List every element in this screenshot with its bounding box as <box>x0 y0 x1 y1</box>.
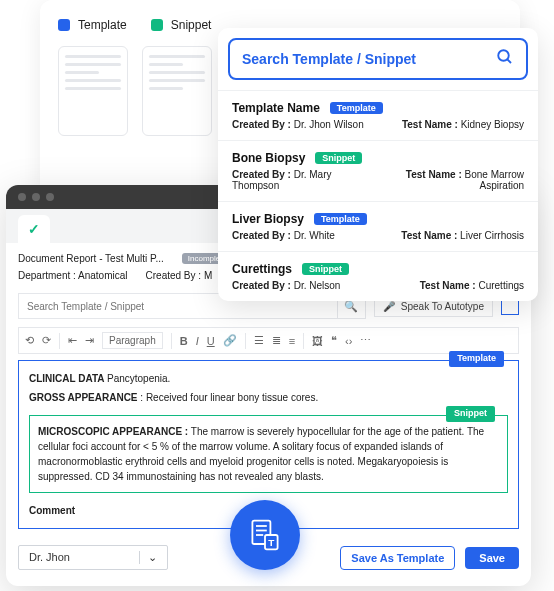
window-dot <box>46 193 54 201</box>
svg-line-1 <box>507 59 511 63</box>
search-icon[interactable] <box>496 48 514 70</box>
snippet-swatch <box>151 19 163 31</box>
thumb-1[interactable] <box>58 46 128 136</box>
italic-icon[interactable]: I <box>196 335 199 347</box>
save-button[interactable]: Save <box>465 547 519 569</box>
speak-label: Speak To Autotype <box>401 301 484 312</box>
quote-icon[interactable]: ❝ <box>331 334 337 347</box>
clinical-line: CLINICAL DATA Pancytopenia. <box>29 371 508 386</box>
template-swatch <box>58 19 70 31</box>
save-as-template-button[interactable]: Save As Template <box>340 546 455 570</box>
undo-icon[interactable]: ⟲ <box>25 334 34 347</box>
micro-label: MICROSCOPIC APPEARANCE : <box>38 426 188 437</box>
snippet-tag: Snippet <box>446 406 495 422</box>
window-dot <box>18 193 26 201</box>
thumb-2[interactable] <box>142 46 212 136</box>
search-result[interactable]: Liver BiopsyTemplate Created By : Dr. Wh… <box>218 201 538 251</box>
chevron-down-icon: ⌄ <box>139 551 157 564</box>
user-dropdown[interactable]: Dr. Jhon ⌄ <box>18 545 168 570</box>
search-result[interactable]: Bone BiopsySnippet Created By : Dr. Mary… <box>218 140 538 201</box>
snippet-box: Snippet MICROSCOPIC APPEARANCE : The mar… <box>29 415 508 493</box>
snippet-badge: Snippet <box>315 152 362 164</box>
search-result[interactable]: Template NameTemplate Created By : Dr. J… <box>218 90 538 140</box>
user-name: Dr. Jhon <box>29 551 70 564</box>
result-title: Template Name <box>232 101 320 115</box>
redo-icon[interactable]: ⟳ <box>42 334 51 347</box>
legend-snippet-label: Snippet <box>171 18 212 32</box>
align-icon[interactable]: ≡ <box>289 335 295 347</box>
legend-snippet: Snippet <box>151 18 212 32</box>
template-badge: Template <box>330 102 383 114</box>
result-title: Bone Biopsy <box>232 151 305 165</box>
svg-text:T: T <box>268 537 274 548</box>
editor-toolbar: ⟲ ⟳ ⇤ ⇥ Paragraph B I U 🔗 ☰ ≣ ≡ 🖼 ❝ ‹› ⋯ <box>18 327 519 354</box>
legend-template: Template <box>58 18 127 32</box>
code-icon[interactable]: ‹› <box>345 335 352 347</box>
doc-title: Document Report - Test Multi P... <box>18 253 164 264</box>
search-result[interactable]: CurettingsSnippet Created By : Dr. Nelso… <box>218 251 538 301</box>
mic-icon: 🎤 <box>383 301 395 312</box>
link-icon[interactable]: 🔗 <box>223 334 237 347</box>
bold-icon[interactable]: B <box>180 335 188 347</box>
tab[interactable]: ✓ <box>18 215 50 243</box>
check-icon: ✓ <box>28 221 40 237</box>
template-badge-icon: T <box>230 500 300 570</box>
template-badge: Template <box>314 213 367 225</box>
underline-icon[interactable]: U <box>207 335 215 347</box>
template-tag: Template <box>449 351 504 367</box>
snippet-badge: Snippet <box>302 263 349 275</box>
more-icon[interactable]: ⋯ <box>360 334 371 347</box>
legend-template-label: Template <box>78 18 127 32</box>
window-dot <box>32 193 40 201</box>
gross-line: GROSS APPEARANCE : Received four linear … <box>29 390 508 405</box>
list-bullet-icon[interactable]: ☰ <box>254 334 264 347</box>
result-title: Curettings <box>232 262 292 276</box>
search-panel: Template NameTemplate Created By : Dr. J… <box>218 28 538 301</box>
search-bar[interactable] <box>228 38 528 80</box>
outdent-icon[interactable]: ⇥ <box>85 334 94 347</box>
image-icon[interactable]: 🖼 <box>312 335 323 347</box>
list-number-icon[interactable]: ≣ <box>272 334 281 347</box>
result-title: Liver Biopsy <box>232 212 304 226</box>
search-input[interactable] <box>242 51 496 67</box>
paragraph-select[interactable]: Paragraph <box>102 332 163 349</box>
indent-icon[interactable]: ⇤ <box>68 334 77 347</box>
svg-point-0 <box>498 50 509 61</box>
